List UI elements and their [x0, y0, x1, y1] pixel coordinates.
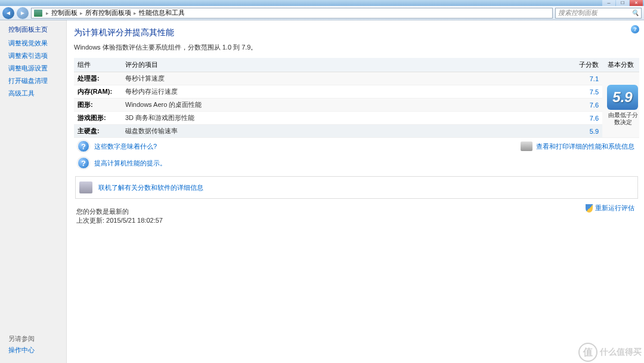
sidebar-link-advanced[interactable]: 高级工具 [8, 89, 66, 98]
update-timestamp: 上次更新: 2015/5/21 18:02:57 [76, 216, 637, 225]
breadcrumb-item[interactable]: 控制面板 [51, 8, 78, 17]
rerun-link[interactable]: 重新运行评估 [586, 204, 634, 213]
base-score-box: 5.9 由最低子分数决定 [607, 85, 639, 126]
update-status: 您的分数是最新的 [76, 207, 637, 216]
base-score-value: 5.9 [607, 85, 638, 110]
forward-button[interactable]: ► [17, 7, 29, 19]
th-component: 组件 [74, 58, 122, 72]
toolbar: ◄ ► ▸ 控制面板 ▸ 所有控制面板项 ▸ 性能信息和工具 搜索控制面板 🔍 [0, 6, 644, 20]
back-button[interactable]: ◄ [2, 7, 14, 19]
score-table: 组件 评分的项目 子分数 基本分数 处理器: 每秒计算速度 7.1 内存(RAM… [74, 58, 639, 138]
link-learn-online[interactable]: 联机了解有关分数和软件的详细信息 [98, 183, 203, 192]
maximize-button[interactable]: ☐ [616, 0, 629, 6]
online-info-box: 联机了解有关分数和软件的详细信息 [75, 176, 638, 199]
question-icon: ? [78, 157, 89, 169]
page-description: Windows 体验指数评估主要系统组件，分数范围从 1.0 到 7.9。 [74, 43, 639, 52]
sidebar: 控制面板主页 调整视觉效果 调整索引选项 调整电源设置 打开磁盘清理 高级工具 … [0, 20, 67, 363]
search-icon: 🔍 [631, 10, 639, 16]
computer-icon [79, 182, 92, 193]
watermark: 值 什么值得买 [578, 343, 642, 362]
printer-icon [521, 141, 532, 151]
sidebar-footer-label: 另请参阅 [8, 334, 66, 343]
th-base: 基本分数 [602, 58, 639, 72]
minimize-button[interactable]: ─ [602, 0, 615, 6]
breadcrumb-item[interactable]: 所有控制面板项 [85, 8, 131, 17]
sidebar-title: 控制面板主页 [8, 25, 66, 34]
help-icon[interactable]: ? [631, 25, 639, 33]
th-subscore: 子分数 [566, 58, 602, 72]
link-print-detail[interactable]: 查看和打印详细的性能和系统信息 [536, 142, 634, 151]
page-title: 为计算机评分并提高其性能 [74, 27, 639, 38]
breadcrumb[interactable]: ▸ 控制面板 ▸ 所有控制面板项 ▸ 性能信息和工具 [31, 8, 553, 19]
sidebar-link-index[interactable]: 调整索引选项 [8, 51, 66, 60]
search-input[interactable]: 搜索控制面板 🔍 [555, 8, 642, 19]
sidebar-link-disk[interactable]: 打开磁盘清理 [8, 76, 66, 85]
link-tips[interactable]: 提高计算机性能的提示。 [94, 159, 166, 168]
sidebar-link-power[interactable]: 调整电源设置 [8, 64, 66, 73]
control-panel-icon [34, 10, 42, 17]
base-score-caption: 由最低子分数决定 [607, 112, 639, 126]
sidebar-link-visual[interactable]: 调整视觉效果 [8, 39, 66, 48]
question-icon: ? [78, 140, 89, 152]
sidebar-footer-link[interactable]: 操作中心 [8, 346, 66, 355]
main-content: ? 为计算机评分并提高其性能 Windows 体验指数评估主要系统组件，分数范围… [67, 20, 644, 363]
titlebar: ─ ☐ ✕ [0, 0, 644, 6]
link-what-mean[interactable]: 这些数字意味着什么? [94, 142, 157, 151]
th-rated: 评分的项目 [122, 58, 566, 72]
shield-icon [586, 204, 593, 213]
close-button[interactable]: ✕ [630, 0, 643, 6]
breadcrumb-item[interactable]: 性能信息和工具 [139, 8, 185, 17]
